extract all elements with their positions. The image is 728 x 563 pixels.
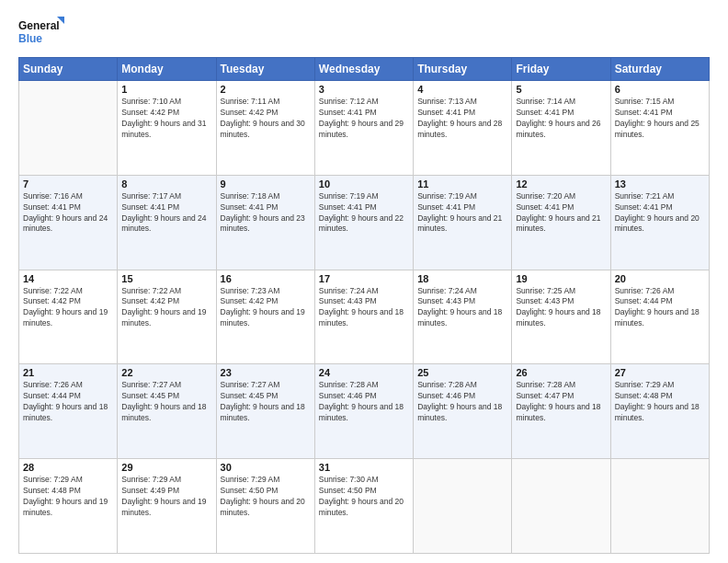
day-info: Sunrise: 7:11 AMSunset: 4:42 PMDaylight:…: [221, 97, 311, 141]
col-header-monday: Monday: [118, 58, 216, 81]
calendar-cell: 19Sunrise: 7:25 AMSunset: 4:43 PMDayligh…: [512, 270, 610, 364]
calendar-cell: 13Sunrise: 7:21 AMSunset: 4:41 PMDayligh…: [610, 175, 709, 270]
calendar-cell: 4Sunrise: 7:13 AMSunset: 4:41 PMDaylight…: [414, 81, 512, 176]
day-info: Sunrise: 7:19 AMSunset: 4:41 PMDaylight:…: [319, 191, 409, 236]
day-info: Sunrise: 7:28 AMSunset: 4:47 PMDaylight:…: [516, 380, 606, 424]
day-info: Sunrise: 7:18 AMSunset: 4:41 PMDaylight:…: [221, 191, 311, 236]
col-header-saturday: Saturday: [610, 58, 709, 81]
header: General Blue: [18, 15, 710, 50]
day-number: 30: [221, 462, 311, 473]
day-info: Sunrise: 7:26 AMSunset: 4:44 PMDaylight:…: [23, 380, 113, 424]
day-info: Sunrise: 7:28 AMSunset: 4:46 PMDaylight:…: [319, 380, 409, 424]
calendar-cell: 30Sunrise: 7:29 AMSunset: 4:50 PMDayligh…: [216, 459, 314, 554]
calendar-cell: 22Sunrise: 7:27 AMSunset: 4:45 PMDayligh…: [118, 364, 216, 459]
day-info: Sunrise: 7:19 AMSunset: 4:41 PMDaylight:…: [417, 191, 507, 236]
day-info: Sunrise: 7:29 AMSunset: 4:48 PMDaylight:…: [23, 475, 113, 519]
day-info: Sunrise: 7:22 AMSunset: 4:42 PMDaylight:…: [23, 286, 113, 330]
day-number: 13: [615, 178, 705, 190]
calendar-cell: [610, 459, 709, 554]
day-number: 5: [516, 84, 606, 95]
day-number: 21: [23, 367, 113, 378]
calendar-table: SundayMondayTuesdayWednesdayThursdayFrid…: [18, 57, 710, 554]
day-info: Sunrise: 7:26 AMSunset: 4:44 PMDaylight:…: [615, 286, 705, 330]
day-info: Sunrise: 7:23 AMSunset: 4:42 PMDaylight:…: [221, 286, 311, 330]
calendar-cell: 21Sunrise: 7:26 AMSunset: 4:44 PMDayligh…: [19, 364, 118, 459]
day-info: Sunrise: 7:29 AMSunset: 4:48 PMDaylight:…: [615, 380, 705, 424]
week-row-2: 7Sunrise: 7:16 AMSunset: 4:41 PMDaylight…: [19, 175, 710, 270]
day-number: 22: [121, 367, 211, 378]
day-number: 6: [615, 84, 705, 95]
calendar-cell: 26Sunrise: 7:28 AMSunset: 4:47 PMDayligh…: [512, 364, 610, 459]
logo-svg: General Blue: [18, 15, 64, 50]
week-row-5: 28Sunrise: 7:29 AMSunset: 4:48 PMDayligh…: [19, 459, 710, 554]
calendar-cell: [19, 81, 118, 176]
calendar-cell: 27Sunrise: 7:29 AMSunset: 4:48 PMDayligh…: [610, 364, 709, 459]
day-number: 19: [516, 273, 606, 284]
calendar-cell: 15Sunrise: 7:22 AMSunset: 4:42 PMDayligh…: [118, 270, 216, 364]
calendar-cell: 17Sunrise: 7:24 AMSunset: 4:43 PMDayligh…: [314, 270, 413, 364]
calendar-cell: 29Sunrise: 7:29 AMSunset: 4:49 PMDayligh…: [118, 459, 216, 554]
day-number: 8: [121, 178, 211, 190]
day-info: Sunrise: 7:12 AMSunset: 4:41 PMDaylight:…: [319, 97, 409, 141]
day-info: Sunrise: 7:14 AMSunset: 4:41 PMDaylight:…: [516, 97, 606, 141]
calendar-cell: 24Sunrise: 7:28 AMSunset: 4:46 PMDayligh…: [314, 364, 413, 459]
calendar-cell: 9Sunrise: 7:18 AMSunset: 4:41 PMDaylight…: [216, 175, 314, 270]
day-info: Sunrise: 7:24 AMSunset: 4:43 PMDaylight:…: [417, 286, 507, 330]
day-info: Sunrise: 7:20 AMSunset: 4:41 PMDaylight:…: [516, 191, 606, 236]
day-info: Sunrise: 7:27 AMSunset: 4:45 PMDaylight:…: [221, 380, 311, 424]
day-info: Sunrise: 7:29 AMSunset: 4:50 PMDaylight:…: [221, 475, 311, 519]
calendar-cell: 10Sunrise: 7:19 AMSunset: 4:41 PMDayligh…: [314, 175, 413, 270]
calendar-cell: 12Sunrise: 7:20 AMSunset: 4:41 PMDayligh…: [512, 175, 610, 270]
calendar-cell: 1Sunrise: 7:10 AMSunset: 4:42 PMDaylight…: [118, 81, 216, 176]
day-info: Sunrise: 7:15 AMSunset: 4:41 PMDaylight:…: [615, 97, 705, 141]
calendar-cell: 18Sunrise: 7:24 AMSunset: 4:43 PMDayligh…: [414, 270, 512, 364]
col-header-wednesday: Wednesday: [314, 58, 413, 81]
day-info: Sunrise: 7:25 AMSunset: 4:43 PMDaylight:…: [516, 286, 606, 330]
day-info: Sunrise: 7:16 AMSunset: 4:41 PMDaylight:…: [23, 191, 113, 236]
day-info: Sunrise: 7:21 AMSunset: 4:41 PMDaylight:…: [615, 191, 705, 236]
day-number: 16: [221, 273, 311, 284]
week-row-4: 21Sunrise: 7:26 AMSunset: 4:44 PMDayligh…: [19, 364, 710, 459]
day-number: 31: [319, 462, 409, 473]
svg-text:Blue: Blue: [18, 32, 42, 45]
calendar-cell: 7Sunrise: 7:16 AMSunset: 4:41 PMDaylight…: [19, 175, 118, 270]
day-number: 27: [615, 367, 705, 378]
day-number: 20: [615, 273, 705, 284]
day-info: Sunrise: 7:10 AMSunset: 4:42 PMDaylight:…: [121, 97, 211, 141]
day-number: 23: [221, 367, 311, 378]
calendar-cell: 31Sunrise: 7:30 AMSunset: 4:50 PMDayligh…: [314, 459, 413, 554]
calendar-cell: 5Sunrise: 7:14 AMSunset: 4:41 PMDaylight…: [512, 81, 610, 176]
calendar-cell: 20Sunrise: 7:26 AMSunset: 4:44 PMDayligh…: [610, 270, 709, 364]
day-number: 17: [319, 273, 409, 284]
header-row: SundayMondayTuesdayWednesdayThursdayFrid…: [19, 58, 710, 81]
day-info: Sunrise: 7:13 AMSunset: 4:41 PMDaylight:…: [417, 97, 507, 141]
day-number: 28: [23, 462, 113, 473]
col-header-thursday: Thursday: [414, 58, 512, 81]
calendar-cell: 2Sunrise: 7:11 AMSunset: 4:42 PMDaylight…: [216, 81, 314, 176]
calendar-cell: 11Sunrise: 7:19 AMSunset: 4:41 PMDayligh…: [414, 175, 512, 270]
day-number: 7: [23, 178, 113, 190]
col-header-sunday: Sunday: [19, 58, 118, 81]
day-number: 10: [319, 178, 409, 190]
calendar-cell: 16Sunrise: 7:23 AMSunset: 4:42 PMDayligh…: [216, 270, 314, 364]
day-info: Sunrise: 7:24 AMSunset: 4:43 PMDaylight:…: [319, 286, 409, 330]
day-number: 26: [516, 367, 606, 378]
day-info: Sunrise: 7:30 AMSunset: 4:50 PMDaylight:…: [319, 475, 409, 519]
calendar-cell: [414, 459, 512, 554]
calendar-cell: 23Sunrise: 7:27 AMSunset: 4:45 PMDayligh…: [216, 364, 314, 459]
day-info: Sunrise: 7:22 AMSunset: 4:42 PMDaylight:…: [121, 286, 211, 330]
day-number: 12: [516, 178, 606, 190]
day-number: 18: [417, 273, 507, 284]
week-row-3: 14Sunrise: 7:22 AMSunset: 4:42 PMDayligh…: [19, 270, 710, 364]
page: General Blue SundayMondayTuesdayWednesda…: [0, 0, 728, 563]
day-number: 24: [319, 367, 409, 378]
svg-text:General: General: [18, 19, 60, 32]
week-row-1: 1Sunrise: 7:10 AMSunset: 4:42 PMDaylight…: [19, 81, 710, 176]
calendar-cell: [512, 459, 610, 554]
day-number: 1: [121, 84, 211, 95]
calendar-cell: 28Sunrise: 7:29 AMSunset: 4:48 PMDayligh…: [19, 459, 118, 554]
calendar-cell: 8Sunrise: 7:17 AMSunset: 4:41 PMDaylight…: [118, 175, 216, 270]
calendar-cell: 3Sunrise: 7:12 AMSunset: 4:41 PMDaylight…: [314, 81, 413, 176]
day-number: 4: [417, 84, 507, 95]
day-number: 29: [121, 462, 211, 473]
